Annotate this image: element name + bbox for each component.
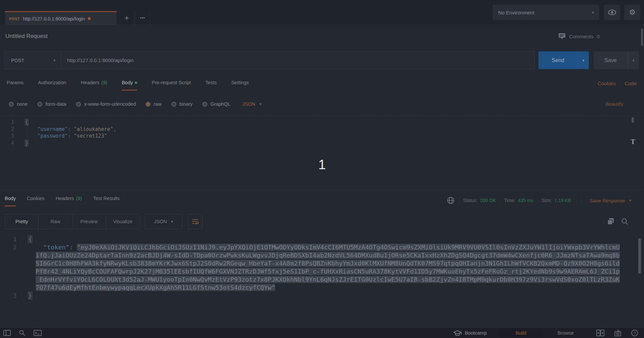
mode-raw[interactable]: raw (146, 101, 161, 107)
tab-body[interactable]: Body (122, 80, 137, 91)
view-pretty[interactable]: Pretty (5, 214, 38, 229)
page-title[interactable]: Untitled Request (5, 33, 48, 40)
send-options-button[interactable]: ▾ (577, 51, 589, 69)
line-number: 1 (0, 119, 14, 126)
console-icon[interactable] (34, 330, 42, 336)
view-switcher: Pretty Raw Preview Visualize (5, 214, 140, 229)
line-number: 2 (0, 126, 14, 133)
status-field: Status: 200 OK (463, 198, 496, 203)
environment-selector[interactable]: No Environment ▾ (493, 5, 599, 20)
response-tab-headers[interactable]: Headers (9) (55, 196, 82, 205)
editor-scrollbar-thumb[interactable] (632, 117, 634, 123)
copy-icon[interactable] (607, 218, 614, 225)
page-scrollbar-thumb[interactable] (641, 29, 643, 46)
tab-params-label: Params (7, 80, 24, 85)
method-value: POST (11, 58, 53, 63)
view-preview[interactable]: Preview (72, 214, 106, 229)
request-body-editor[interactable]: 1 { 2 "username": "alioukahere", 3 "pass… (0, 116, 644, 190)
top-bar: POST http://127.0.0.1:8000/api/login + •… (0, 0, 644, 25)
line-number: 3 (0, 133, 14, 140)
request-tab[interactable]: POST http://127.0.0.1:8000/api/login (5, 11, 117, 25)
view-pretty-label: Pretty (15, 219, 28, 224)
tab-options-button[interactable]: ••• (135, 11, 150, 25)
wrap-lines-button[interactable] (188, 214, 203, 229)
response-tab-test-results[interactable]: Test Results (93, 196, 120, 205)
mode-form-data[interactable]: form-data (37, 101, 66, 107)
mode-binary[interactable]: binary (171, 101, 193, 107)
json-key-token: "token" (28, 244, 70, 251)
raw-language-dropdown[interactable]: JSON ▾ (242, 101, 261, 107)
open-brace: { (25, 119, 28, 125)
response-tab-body[interactable]: Body (5, 196, 16, 206)
radio-icon (9, 102, 14, 107)
tab-authorization[interactable]: Authorization (38, 80, 67, 90)
save-button[interactable]: Save ▾ (594, 51, 639, 69)
build-label: Build (516, 330, 526, 336)
url-row: POST ▾ http://127.0.0.1:8000/api/login S… (0, 47, 644, 72)
comments-button[interactable]: Comments 0 (558, 25, 600, 47)
help-button[interactable]: ? (631, 330, 638, 336)
tab-settings[interactable]: Settings (231, 80, 249, 90)
send-button[interactable]: Send ▾ (538, 51, 589, 69)
view-raw[interactable]: Raw (38, 214, 72, 229)
json-colon: : (68, 126, 74, 132)
mode-none[interactable]: none (9, 101, 28, 107)
settings-button[interactable]: ⚙ (624, 5, 640, 20)
tab-pre-request-script[interactable]: Pre-request Script (152, 80, 191, 90)
radio-icon (171, 102, 176, 107)
new-tab-button[interactable]: + (119, 11, 134, 25)
tab-headers[interactable]: Headers (9) (81, 80, 108, 90)
code-line: 3 } (0, 292, 644, 300)
view-visualize-label: Visualize (113, 219, 132, 224)
response-body-editor[interactable]: 1 { 2 "token": "eyJ0eXAiOiJKV1QiLCJhbGci… (0, 233, 644, 324)
sidebar-toggle-icon[interactable] (3, 330, 11, 336)
response-language-dropdown[interactable]: JSON ▾ (145, 214, 182, 229)
two-pane-icon[interactable] (596, 330, 604, 336)
build-toggle[interactable]: Build (499, 329, 543, 337)
search-icon[interactable] (621, 218, 629, 225)
code-line: 2 "token": "eyJ0eXAiOiJKV1QiLCJhbGciOiJS… (0, 243, 644, 292)
browse-toggle[interactable]: Browse (547, 330, 584, 336)
tab-settings-label: Settings (231, 80, 249, 85)
method-dropdown[interactable]: POST ▾ (4, 51, 61, 69)
globe-icon[interactable] (447, 197, 454, 204)
code-link[interactable]: Code (625, 81, 637, 86)
save-label: Save (594, 51, 628, 69)
json-key: "password" (25, 133, 68, 139)
response-tab-cookies[interactable]: Cookies (27, 196, 44, 205)
beautify-link[interactable]: Beautify (606, 101, 623, 107)
comment-icon (558, 33, 566, 40)
comments-label: Comments (569, 34, 594, 39)
response-tab-cookies-label: Cookies (27, 196, 44, 201)
save-options-button[interactable]: ▾ (628, 51, 639, 69)
response-tab-headers-label: Headers (55, 196, 74, 201)
cookies-link[interactable]: Cookies (598, 81, 616, 86)
plus-icon: + (125, 14, 129, 22)
code-line: 3 "password": "secret123" (0, 133, 644, 140)
mode-x-www-form-urlencoded[interactable]: x-www-form-urlencoded (76, 101, 136, 107)
tab-params[interactable]: Params (7, 80, 24, 90)
tab-authorization-label: Authorization (38, 80, 67, 85)
line-number: 4 (0, 140, 14, 147)
status-bar-right: Bootcamp Build Browse (453, 328, 644, 338)
url-input[interactable]: http://127.0.0.1:8000/api/login (61, 51, 535, 69)
tab-body-label: Body (122, 80, 133, 85)
response-scrollbar-thumb[interactable] (638, 238, 641, 274)
body-mode-row: none form-data x-www-form-urlencoded raw… (0, 97, 644, 111)
indent-guide (27, 126, 27, 140)
shortcuts-keyboard-icon[interactable] (614, 330, 622, 336)
line-number: 2 (0, 243, 17, 292)
find-replace-icon[interactable] (19, 330, 26, 336)
environment-quick-look-button[interactable] (604, 5, 620, 20)
body-set-dot (135, 82, 137, 84)
token-value-highlighted: "eyJ0eXAiOiJKV1QiLCJhbGciOiJSUzI1NiJ9.ey… (36, 244, 620, 291)
view-visualize[interactable]: Visualize (106, 214, 139, 229)
time-value: 435 ms (518, 198, 533, 203)
response-headers-count-badge: (9) (76, 196, 82, 201)
code-line: 1 { (0, 235, 644, 243)
bootcamp-button[interactable]: Bootcamp (453, 330, 487, 336)
save-response-button[interactable]: Save Response ▾ (580, 198, 631, 203)
mode-graphql[interactable]: GraphQL (202, 101, 231, 107)
tab-tests[interactable]: Tests (205, 80, 217, 90)
comments-count: 0 (597, 34, 600, 39)
